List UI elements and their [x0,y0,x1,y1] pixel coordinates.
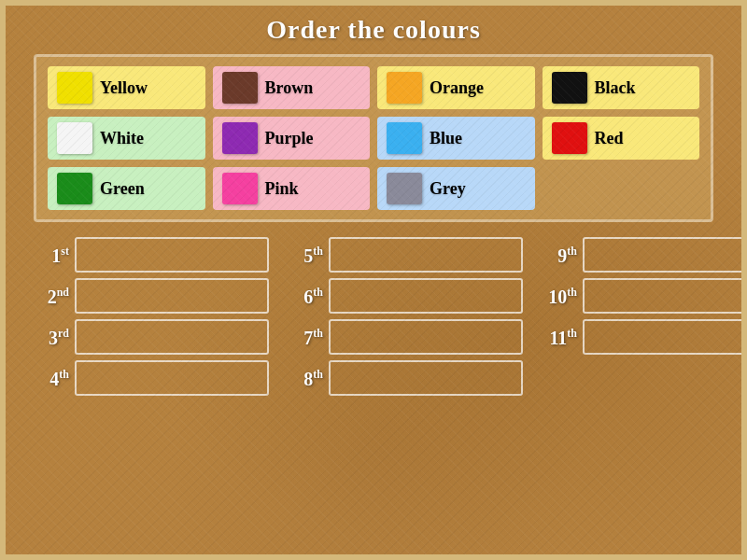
order-row-7: 7th [288,319,523,355]
label-blue: Blue [430,129,462,148]
order-row-11: 11th [542,319,747,355]
order-label-1: 1st [34,245,69,265]
color-chip-orange[interactable]: Orange [377,66,535,109]
order-label-3: 3rd [34,328,69,347]
label-purple: Purple [265,129,314,148]
order-label-9: 9th [542,245,577,265]
order-row-5: 5th [288,237,523,273]
color-chip-blue[interactable]: Blue [377,117,535,160]
order-column-1: 5th6th7th8th [288,237,523,396]
order-label-8: 8th [288,369,323,388]
order-input-10[interactable] [583,278,747,314]
swatch-blue [387,122,422,154]
order-input-11[interactable] [583,319,747,355]
swatch-brown [222,72,258,104]
order-label-6: 6th [288,287,323,306]
order-label-4: 4th [34,369,69,388]
order-label-10: 10th [542,287,577,306]
order-input-2[interactable] [75,278,269,314]
order-input-7[interactable] [329,319,523,355]
order-row-4: 4th [34,360,269,396]
order-column-2: 9th10th11th [542,237,747,396]
order-input-9[interactable] [583,237,747,273]
order-row-10: 10th [542,278,747,314]
swatch-orange [387,72,422,104]
swatch-grey [387,173,422,204]
color-chip-yellow[interactable]: Yellow [48,66,205,109]
swatch-black [552,72,587,104]
label-green: Green [100,179,145,199]
corkboard: Order the colours YellowBrownOrangeBlack… [6,6,741,554]
swatch-yellow [57,72,92,104]
order-row-2: 2nd [34,278,269,314]
color-chip-purple[interactable]: Purple [213,117,371,160]
color-chip-brown[interactable]: Brown [213,66,371,109]
ordering-section: 1st2nd3rd4th5th6th7th8th9th10th11th [34,237,713,396]
order-input-8[interactable] [329,360,523,396]
color-chip-black[interactable]: Black [543,66,700,109]
order-input-3[interactable] [75,319,269,355]
swatch-purple [222,122,258,154]
color-chip-pink[interactable]: Pink [213,167,371,210]
order-row-6: 6th [288,278,523,314]
page-title: Order the colours [15,15,732,45]
color-chip-green[interactable]: Green [48,167,205,210]
order-label-2: 2nd [34,287,69,306]
order-column-0: 1st2nd3rd4th [34,237,269,396]
color-chip-white[interactable]: White [48,117,205,160]
label-black: Black [595,78,636,98]
order-label-5: 5th [288,245,323,265]
label-grey: Grey [430,179,466,199]
label-red: Red [595,129,624,148]
order-row-3: 3rd [34,319,269,355]
color-chip-red[interactable]: Red [543,117,700,160]
swatch-pink [222,173,258,204]
color-chip-grey[interactable]: Grey [377,167,535,210]
order-row-1: 1st [34,237,269,273]
label-yellow: Yellow [100,78,148,98]
label-pink: Pink [265,179,299,199]
order-input-6[interactable] [329,278,523,314]
swatch-green [57,173,92,204]
order-input-5[interactable] [329,237,523,273]
swatch-white [57,122,92,154]
order-row-8: 8th [288,360,523,396]
order-label-11: 11th [542,328,577,347]
label-white: White [100,129,144,148]
order-row-9: 9th [542,237,747,273]
swatch-red [552,122,587,154]
order-input-1[interactable] [75,237,269,273]
label-brown: Brown [265,78,314,98]
order-label-7: 7th [288,328,323,347]
label-orange: Orange [430,78,484,98]
order-input-4[interactable] [75,360,269,396]
color-board: YellowBrownOrangeBlackWhitePurpleBlueRed… [34,54,713,222]
